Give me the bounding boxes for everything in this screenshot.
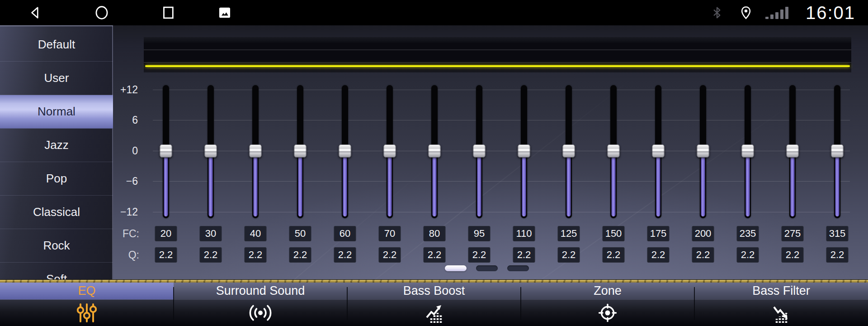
fc-value[interactable]: 20 <box>155 226 177 241</box>
eq-band-column: 802.2 <box>418 25 451 279</box>
recents-button[interactable] <box>160 4 177 21</box>
gain-slider-fill <box>567 154 571 216</box>
preset-label: Pop <box>46 172 67 186</box>
fc-row-label: FC: <box>117 228 139 240</box>
gain-slider-fill <box>522 154 526 216</box>
preset-item-normal[interactable]: Normal <box>0 95 113 129</box>
preset-item-user[interactable]: User <box>0 62 113 95</box>
page-dot-3[interactable] <box>507 265 529 271</box>
surround-sound-icon <box>248 303 273 322</box>
gain-slider-fill <box>612 154 616 216</box>
preset-item-default[interactable]: Default <box>0 28 113 62</box>
fc-value[interactable]: 200 <box>692 226 714 241</box>
status-bar: 16:01 <box>0 0 868 25</box>
fc-value[interactable]: 95 <box>468 226 491 241</box>
gain-slider-thumb[interactable] <box>339 144 351 158</box>
eq-band-column: 502.2 <box>284 25 316 279</box>
preset-item-classical[interactable]: Classical <box>0 196 113 229</box>
eq-band-column: 1502.2 <box>597 25 630 279</box>
eq-band-column: 1752.2 <box>642 25 675 279</box>
q-value[interactable]: 2.2 <box>782 247 804 263</box>
q-value[interactable]: 2.2 <box>155 247 177 263</box>
gain-slider-fill <box>701 154 705 216</box>
fc-value[interactable]: 275 <box>782 226 804 241</box>
q-value[interactable]: 2.2 <box>603 247 625 263</box>
q-value[interactable]: 2.2 <box>289 247 311 263</box>
gain-slider-thumb[interactable] <box>429 144 441 158</box>
preset-item-rock[interactable]: Rock <box>0 229 113 263</box>
fc-value[interactable]: 70 <box>379 226 401 241</box>
tab-icon-area <box>174 300 347 326</box>
fc-value[interactable]: 125 <box>558 226 580 241</box>
eq-band-column: 402.2 <box>239 25 272 279</box>
q-value[interactable]: 2.2 <box>468 247 491 263</box>
fc-value[interactable]: 110 <box>513 226 535 241</box>
q-row-label: Q: <box>117 249 139 261</box>
q-value[interactable]: 2.2 <box>424 247 446 263</box>
gain-slider-thumb[interactable] <box>608 144 620 158</box>
fc-value[interactable]: 50 <box>289 226 311 241</box>
gain-slider-thumb[interactable] <box>697 144 709 158</box>
tab-surround-sound[interactable]: Surround Sound <box>174 283 347 326</box>
preset-label: Classical <box>33 205 80 219</box>
back-button[interactable] <box>27 5 43 21</box>
zone-icon <box>597 302 618 323</box>
tab-bass-filter[interactable]: Bass Filter <box>694 283 868 326</box>
tab-divider <box>694 287 695 320</box>
fc-value[interactable]: 30 <box>200 226 222 241</box>
preset-sidebar: DefaultUserNormalJazzPopClassicalRockSof… <box>0 25 113 279</box>
screenshot-button[interactable] <box>217 5 232 20</box>
q-value[interactable]: 2.2 <box>200 247 222 263</box>
gain-slider-thumb[interactable] <box>518 144 530 158</box>
eq-band-column: 202.2 <box>150 25 182 279</box>
tab-divider <box>347 287 348 320</box>
gain-tick-label: −6 <box>113 175 138 187</box>
preset-item-pop[interactable]: Pop <box>0 162 113 196</box>
q-value[interactable]: 2.2 <box>558 247 580 263</box>
gain-slider-thumb[interactable] <box>160 144 172 158</box>
fc-value[interactable]: 315 <box>826 226 849 241</box>
fc-value[interactable]: 235 <box>737 226 759 241</box>
bluetooth-icon <box>710 6 724 19</box>
gain-slider-fill <box>254 154 258 216</box>
gain-slider-thumb[interactable] <box>384 144 396 158</box>
preset-item-soft[interactable]: Soft <box>0 263 113 279</box>
gain-slider-thumb[interactable] <box>250 144 262 158</box>
q-value[interactable]: 2.2 <box>826 247 849 263</box>
gain-slider-thumb[interactable] <box>473 144 486 158</box>
tab-zone[interactable]: Zone <box>521 283 694 326</box>
q-value[interactable]: 2.2 <box>245 247 267 263</box>
page-dot-2[interactable] <box>476 265 498 271</box>
q-value[interactable]: 2.2 <box>647 247 670 263</box>
tab-label: Surround Sound <box>174 283 347 300</box>
home-button[interactable] <box>93 4 110 21</box>
gain-slider-thumb[interactable] <box>294 144 307 158</box>
preset-item-jazz[interactable]: Jazz <box>0 129 113 162</box>
gain-slider-thumb[interactable] <box>831 144 844 158</box>
fc-value[interactable]: 175 <box>647 226 670 241</box>
preset-label: User <box>44 71 69 85</box>
q-value[interactable]: 2.2 <box>737 247 759 263</box>
fc-value[interactable]: 80 <box>424 226 446 241</box>
eq-band-column: 602.2 <box>329 25 361 279</box>
gain-slider-fill <box>298 154 302 216</box>
q-value[interactable]: 2.2 <box>513 247 535 263</box>
page-dot-1[interactable] <box>445 265 467 271</box>
gain-tick-label: 0 <box>113 144 138 157</box>
gain-slider-thumb[interactable] <box>205 144 217 158</box>
q-value[interactable]: 2.2 <box>334 247 356 263</box>
gain-slider-thumb[interactable] <box>742 144 754 158</box>
tab-bass-boost[interactable]: Bass Boost <box>347 283 521 326</box>
bass-filter-icon <box>771 302 792 323</box>
fc-value[interactable]: 40 <box>245 226 267 241</box>
q-value[interactable]: 2.2 <box>379 247 401 263</box>
q-value[interactable]: 2.2 <box>692 247 714 263</box>
eq-band-column: 702.2 <box>373 25 406 279</box>
fc-value[interactable]: 150 <box>603 226 625 241</box>
gain-slider-fill <box>433 154 437 216</box>
gain-slider-thumb[interactable] <box>652 144 665 158</box>
gain-slider-thumb[interactable] <box>563 144 575 158</box>
tab-eq[interactable]: EQ <box>0 283 174 326</box>
gain-slider-thumb[interactable] <box>787 144 799 158</box>
fc-value[interactable]: 60 <box>334 226 356 241</box>
